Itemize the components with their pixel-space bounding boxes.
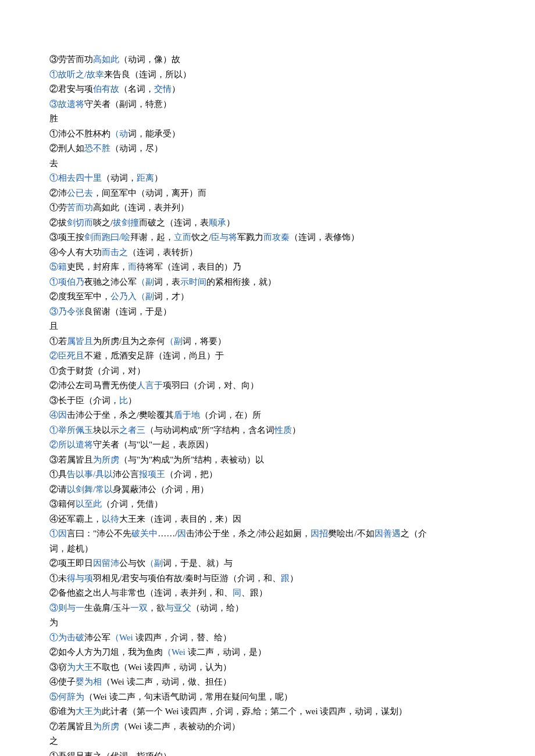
text-line: ①项伯乃夜驰之沛公军（副词，表示时间的紧相衔接，就） [49, 275, 486, 290]
text-line: ②备他盗之出人与非常也（连词，表并列，和、同、跟） [49, 586, 486, 601]
text-line: ①未得与项羽相见/君安与项伯有故/秦时与臣游（介词，和、跟） [49, 571, 486, 586]
text-line: ③劳苦而功高如此（动词，像）故 [49, 52, 486, 67]
text-line: ③若属皆且为所虏（与"为"构成"为所"结构，表被动）以 [49, 453, 486, 468]
text-segment: ②沛公左司马曹无伤使 [49, 381, 137, 390]
text-segment: （副 [137, 277, 154, 286]
text-segment: ②拔 [49, 218, 67, 227]
text-segment: ①未 [49, 574, 67, 583]
text-line: ①相去四十里（动词，距离） [49, 171, 486, 186]
text-segment: 此计者（第一个 Wei 读四声，介词，孬,给；第二个，wei 读四声，动词，谋划… [102, 707, 407, 716]
text-segment: ①劳 [49, 203, 67, 212]
text-segment: 读四声，介词，替、给） [133, 633, 231, 642]
text-segment: ①具 [49, 470, 67, 479]
text-line: ⑤何辞为（Wei 读二声，句末语气助词，常用在疑问句里，呢） [49, 690, 486, 705]
text-segment: 因留沛 [93, 558, 119, 568]
text-segment: ②沛 [49, 188, 67, 198]
text-segment: （介词，在）所 [200, 410, 261, 420]
text-segment: ①因 [49, 529, 67, 538]
text-segment: 公已去 [67, 188, 93, 198]
text-segment: 词，才） [154, 292, 189, 301]
text-segment: （Wei 读二声，动词，做、担任） [102, 677, 231, 686]
text-segment: 因招 [311, 529, 328, 538]
text-line: ③项王按剑而跑曰/哙拜谢，起，立而饮之/臣与将军戮力而攻秦（连词，表修饰） [49, 230, 486, 245]
text-line: ④还军霸上，以待大王来（连词，表目的，来）因 [49, 512, 486, 527]
text-segment: 为大王 [67, 662, 93, 672]
text-line: 胜 [49, 112, 486, 127]
text-segment: 得与项 [67, 574, 93, 583]
text-segment: ②所以遣将 [49, 440, 93, 449]
text-segment: 夜驰之沛公军 [84, 277, 137, 286]
text-segment: （动词， [102, 173, 137, 182]
text-segment: 之者三 [119, 425, 145, 435]
text-line: ①劳苦而功高如此（连词，表并列） [49, 200, 486, 216]
text-line: ①具告以事/具以沛公言报项王（介词，把） [49, 467, 486, 482]
text-segment: ⑤何辞为 [49, 692, 84, 701]
text-segment: ，间至军中（动词，离开）而 [93, 188, 206, 198]
text-segment: ③长于臣（介词， [49, 396, 119, 405]
text-segment: （Wei 读二声，表被动的介词） [119, 722, 240, 731]
text-segment: ②备他盗之出人与非常也（连词，表并列，和、 [49, 588, 233, 597]
text-segment: 高如此（连词，表并列） [93, 203, 189, 212]
text-segment: ③若属皆且 [49, 455, 93, 464]
text-segment: ①沛公不胜杯杓 [49, 129, 110, 138]
text-line: ②请以剑舞/常以身翼蔽沛公（介词，用） [49, 482, 486, 497]
text-segment: 沛公军 [84, 633, 110, 642]
text-segment: 守关者（与"以"一起，表原因） [93, 440, 213, 449]
text-line: ②如今人方为刀俎，我为鱼肉（Wei 读二声，动词，是） [49, 645, 486, 660]
text-segment: ） [154, 173, 163, 182]
text-segment: 军戮力 [237, 232, 263, 242]
text-segment: ①贪于财货（介词，对） [49, 366, 145, 375]
text-segment: ③窃 [49, 662, 67, 672]
text-segment: 盾于地 [174, 410, 200, 420]
text-segment: ③籍何 [49, 499, 76, 508]
text-segment: （名词， [119, 84, 154, 94]
text-line: ④使子婴为相（Wei 读二声，动词，做、担任） [49, 675, 486, 690]
text-segment: 剑而跑曰/哙 [84, 232, 130, 242]
text-segment: 言曰："沛公不先 [67, 529, 131, 538]
text-segment: （介词，凭借） [102, 499, 163, 508]
text-line: ④因击沛公于坐，杀之/樊哙覆其盾于地（介词，在）所 [49, 408, 486, 423]
text-line: ⑤籍吏民，封府库，而待将军（连词，表目的）乃 [49, 260, 486, 275]
text-segment: （与"为"构成"为所"结构，表被动）以 [119, 455, 265, 464]
text-segment: ③乃令张 [49, 307, 84, 316]
text-segment: 而攻秦 [263, 232, 290, 242]
text-segment: 而击之 [102, 248, 128, 257]
text-line: 为 [49, 615, 486, 630]
text-segment: （动词，尽） [110, 144, 163, 153]
text-segment: 公与饮 [119, 558, 145, 568]
text-line: ②臣死且不避，卮酒安足辞（连词，尚且）于 [49, 349, 486, 364]
text-segment: ①相去四十里 [49, 173, 102, 182]
text-segment: 、跟） [241, 588, 268, 597]
text-segment: （动词，像）故 [119, 55, 180, 64]
text-segment: 与亚父 [165, 603, 191, 612]
text-segment: 读二声，动词，是） [186, 647, 266, 657]
text-line: ①贪于财货（介词，对） [49, 364, 486, 379]
text-segment: 为所虏 [93, 722, 119, 731]
text-segment: 以剑舞/常以 [67, 485, 113, 494]
text-line: 且 [49, 319, 486, 334]
text-line: ②沛公左司马曹无伤使人言于项羽曰（介词，对、向） [49, 378, 486, 393]
text-segment: ⑦若属皆且 [49, 722, 93, 731]
text-segment: 为 [49, 618, 58, 627]
text-segment: （动词，给） [191, 603, 244, 612]
text-segment: 吏民，封府库， [67, 262, 128, 271]
text-segment: 块以示 [93, 425, 119, 435]
text-line: ⑦若属皆且为所虏（Wei 读二声，表被动的介词） [49, 719, 486, 734]
text-line: ②君安与项伯有故（名词，交情） [49, 82, 486, 97]
text-segment: 拔剑撞 [113, 218, 139, 227]
text-line: ①吾得兄事之（代词，指项伯） [49, 749, 486, 757]
text-segment: ①举所佩玉 [49, 425, 93, 435]
text-segment: 击沛公于坐，杀之/沛公起如厕， [186, 529, 311, 538]
text-line: ③则与一生彘肩/玉斗一双，欲与亚父（动词，给） [49, 601, 486, 616]
text-segment: ） [172, 84, 180, 94]
text-segment: 大王来（连词，表目的，来）因 [119, 514, 241, 524]
text-segment: 为所虏/且为之奈何 [93, 336, 165, 346]
text-segment: 距离 [137, 173, 154, 182]
text-segment: 之（介 [401, 529, 427, 538]
text-segment: 报项王 [139, 470, 165, 479]
text-line: ③窃为大王不取也（Wei 读四声，动词，认为） [49, 660, 486, 675]
text-segment: ） [226, 218, 235, 227]
text-segment: ） [290, 574, 298, 583]
text-segment: ⑥谁为 [49, 707, 76, 716]
text-segment: 沛公言 [113, 470, 139, 479]
